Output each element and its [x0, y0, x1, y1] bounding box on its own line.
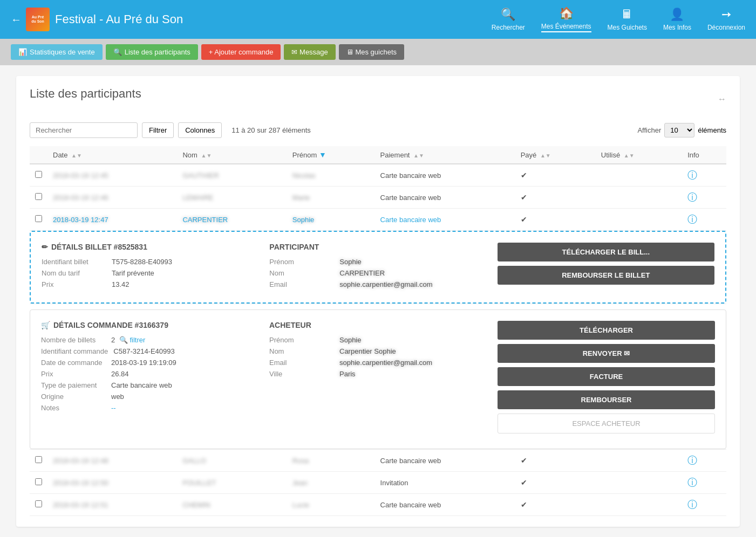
logout-icon: ➙ — [721, 8, 731, 22]
nav-deconnexion[interactable]: ➙ Déconnexion — [707, 8, 745, 31]
columns-button[interactable]: Colonnes — [178, 122, 222, 138]
row-nom: FOUILLET — [177, 472, 287, 494]
rembourser-billet-button[interactable]: REMBOURSER LE BILLET — [498, 266, 714, 285]
row-paiement: Carte bancaire web — [375, 494, 515, 516]
row-checkbox[interactable] — [35, 456, 42, 463]
row-info[interactable]: ⓘ — [682, 472, 726, 494]
participants-button[interactable]: 🔍 Liste des participants — [106, 44, 198, 60]
row-paiement: Invitation — [375, 472, 515, 494]
renvoyer-button[interactable]: RENVOYER ✉ — [498, 344, 715, 363]
telecharger-billet-button[interactable]: TÉLÉCHARGER LE BILL... — [498, 243, 714, 261]
col-paye[interactable]: Payé ▲▼ — [515, 146, 596, 164]
detail-billet-col: ✏ DÉTAILS BILLET #8525831 Identifiant bi… — [42, 243, 258, 292]
row-prenom: Rosa — [287, 450, 375, 472]
stats-button[interactable]: 📊 Statistiques de vente — [11, 44, 103, 60]
main-content: Liste des participants ↔ Filtrer Colonne… — [0, 65, 756, 537]
row-paiement: Carte bancaire web — [375, 187, 515, 209]
row-info[interactable]: ⓘ — [682, 187, 726, 209]
telecharger-button[interactable]: TÉLÉCHARGER — [498, 321, 715, 340]
info-icon[interactable]: ⓘ — [687, 455, 697, 466]
info-icon[interactable]: ⓘ — [687, 192, 697, 203]
nav-deconnexion-label: Déconnexion — [707, 24, 745, 31]
sort-prenom-icon[interactable]: ▼ — [319, 150, 326, 159]
nav-rechercher[interactable]: 🔍 Rechercher — [492, 8, 525, 31]
filter-button[interactable]: Filtrer — [142, 122, 174, 138]
row-checkbox[interactable] — [35, 500, 42, 507]
table-row: 2018-03-19 12:51 CHEMIN Lucie Carte banc… — [30, 494, 726, 516]
display-label: Afficher — [637, 126, 661, 134]
detail-commande-notes: Notes -- — [41, 404, 258, 412]
display-select[interactable]: 5 10 25 50 100 — [664, 123, 694, 137]
sort-paye-icon[interactable]: ▲▼ — [540, 153, 551, 159]
app-title: Festival - Au Pré du Son — [55, 12, 492, 26]
row-checkbox[interactable] — [35, 478, 42, 485]
row-utilise — [596, 450, 682, 472]
detail-commande-type-paiement: Type de paiement Carte bancaire web — [41, 381, 258, 389]
row-checkbox-cell[interactable] — [30, 164, 47, 187]
col-date[interactable]: Date ▲▼ — [47, 146, 177, 164]
row-checkbox[interactable] — [35, 193, 42, 200]
info-icon[interactable]: ⓘ — [687, 214, 697, 225]
nav-mes-infos-label: Mes Infos — [663, 24, 691, 31]
nav-mes-infos[interactable]: 👤 Mes Infos — [663, 8, 691, 31]
row-checkbox-cell[interactable] — [30, 494, 47, 516]
sort-utilise-icon[interactable]: ▲▼ — [624, 153, 635, 159]
search-icon: 🔍 — [501, 8, 515, 22]
nav-mes-evenements-label: Mes Événements — [541, 23, 591, 30]
table-row: 2018-03-19 12:46 LEMAIRE Marie Carte ban… — [30, 187, 726, 209]
paiement-link[interactable]: Carte bancaire web — [380, 216, 441, 224]
info-icon[interactable]: ⓘ — [687, 477, 697, 488]
table-row: 2018-03-19 12:50 FOUILLET Jean Invitatio… — [30, 472, 726, 494]
guichets-icon: 🖩 — [621, 8, 633, 22]
message-button[interactable]: ✉ Message — [284, 44, 335, 60]
nav-rechercher-label: Rechercher — [492, 24, 525, 31]
nav-mes-evenements[interactable]: 🏠 Mes Événements — [541, 6, 591, 32]
row-checkbox[interactable] — [35, 171, 42, 178]
row-checkbox-cell[interactable] — [30, 187, 47, 209]
sort-date-icon[interactable]: ▲▼ — [71, 153, 82, 159]
facture-button[interactable]: FACTURE — [498, 367, 715, 386]
row-utilise — [596, 187, 682, 209]
notes-link[interactable]: -- — [111, 404, 116, 412]
detail-commande-title: 🛒 DÉTAILS COMMANDE #3166379 — [41, 321, 258, 329]
info-icon[interactable]: ⓘ — [687, 170, 697, 181]
guichets-button[interactable]: 🖥 Mes guichets — [339, 44, 404, 60]
info-icon[interactable]: ⓘ — [687, 499, 697, 510]
row-info[interactable]: ⓘ — [682, 209, 726, 231]
row-checkbox-cell[interactable] — [30, 472, 47, 494]
row-nom: CARPENTIER — [177, 209, 287, 231]
col-paiement[interactable]: Paiement ▲▼ — [375, 146, 515, 164]
detail-billet-panel: ✏ DÉTAILS BILLET #8525831 Identifiant bi… — [30, 231, 726, 304]
rembourser-button[interactable]: REMBOURSER — [498, 390, 715, 409]
row-date: 2018-03-19 12:50 — [47, 472, 177, 494]
row-checkbox[interactable] — [35, 215, 42, 222]
detail-billet-buttons-col: TÉLÉCHARGER LE BILL... REMBOURSER LE BIL… — [498, 243, 714, 292]
search-input[interactable] — [30, 122, 138, 138]
sort-nom-icon[interactable]: ▲▼ — [201, 153, 212, 159]
back-button[interactable]: ← — [11, 13, 22, 26]
row-info[interactable]: ⓘ — [682, 450, 726, 472]
detail-acheteur-email: Email sophie.carpentier@gmail.com — [269, 359, 487, 367]
detail-participant-title: PARTICIPANT — [269, 243, 486, 251]
page-title: Liste des participants — [30, 87, 141, 101]
row-info[interactable]: ⓘ — [682, 164, 726, 187]
col-prenom[interactable]: Prénom ▼ — [287, 146, 375, 164]
espace-acheteur-button[interactable]: ESPACE ACHETEUR — [498, 414, 715, 433]
row-checkbox-cell[interactable] — [30, 209, 47, 231]
detail-commande-id: Identifiant commande C587-3214-E40993 — [41, 347, 258, 355]
col-utilise[interactable]: Utilisé ▲▼ — [596, 146, 682, 164]
row-checkbox-cell[interactable] — [30, 450, 47, 472]
detail-participant-col: PARTICIPANT Prénom Sophie Nom CARPENTIER — [269, 243, 486, 292]
row-nom: GALLO — [177, 450, 287, 472]
nav-mes-guichets[interactable]: 🖩 Mes Guichets — [608, 8, 647, 31]
expand-icon[interactable]: ↔ — [718, 94, 726, 104]
pencil-icon: ✏ — [42, 243, 48, 251]
row-paiement[interactable]: Carte bancaire web — [375, 209, 515, 231]
row-paye: ✔ — [515, 472, 596, 494]
detail-acheteur-ville: Ville Paris — [269, 370, 487, 378]
sort-paiement-icon[interactable]: ▲▼ — [413, 153, 424, 159]
col-nom[interactable]: Nom ▲▼ — [177, 146, 287, 164]
add-order-button[interactable]: + Ajouter commande — [201, 44, 281, 60]
filter-link[interactable]: filtrer — [130, 336, 145, 344]
row-info[interactable]: ⓘ — [682, 494, 726, 516]
